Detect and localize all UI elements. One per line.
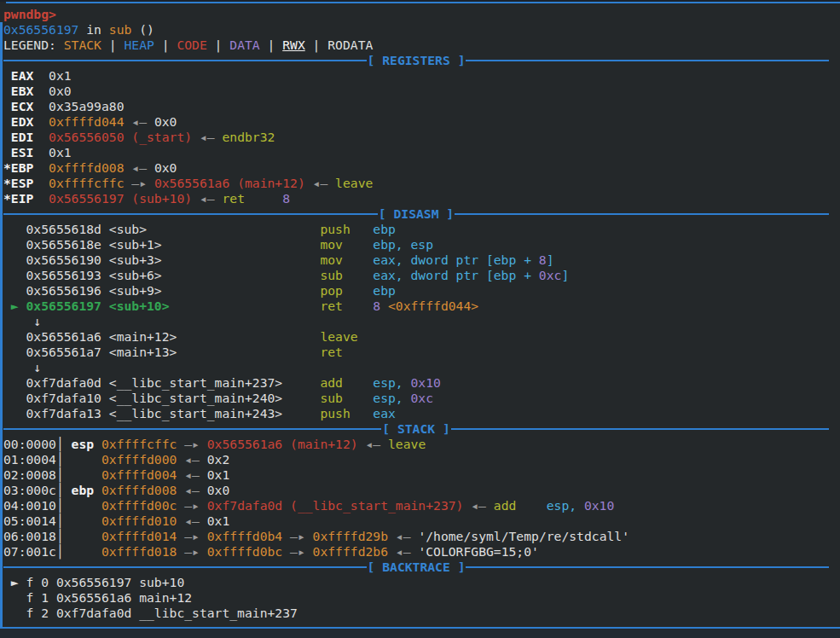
disasm-row: 0x56556190 <sub+3> mov eax, dword ptr [e…	[3, 252, 840, 268]
stack-address: 0xffffd010	[101, 513, 177, 528]
code-address: CODE	[177, 38, 206, 52]
mnemonic: ret	[222, 191, 245, 206]
stack-row-6: 06:0018│ 0xffffd014 —▸ 0xffffd0b4 —▸ 0xf…	[3, 529, 840, 544]
text: 0x1	[49, 145, 72, 160]
register-name: ECX	[3, 99, 49, 113]
backtrace-header: [ BACKTRACE ]	[3, 560, 829, 575]
text: 0x0	[49, 84, 72, 98]
text: in	[78, 22, 108, 37]
prompt-text: pwndbg>	[3, 7, 64, 21]
register-row-edi: EDI 0x56556050 (_start) ◂— endbr32	[3, 130, 840, 145]
text: |	[154, 38, 177, 52]
stack-row-1: 01:0004│ 0xffffd000 ◂— 0x2	[3, 452, 840, 467]
text: 0x565561a7 <main+13>	[3, 345, 320, 359]
text: 0x0	[154, 160, 177, 175]
pointer-arrow: —▸	[177, 437, 206, 451]
text: 0x0	[207, 483, 230, 497]
text: LEGEND:	[3, 38, 64, 52]
operand: esp,	[343, 391, 411, 405]
register-name: *ESP	[3, 176, 49, 190]
register-row-ebp: *EBP 0xffffd008 ◂— 0x0	[3, 160, 840, 176]
mnemonic: sub	[320, 268, 343, 282]
text: ↓	[3, 360, 41, 374]
disasm-row: 0x565561a6 <main+12> leave	[3, 329, 840, 345]
text: 0xf7dafa0d <__libc_start_main+237>	[3, 375, 320, 390]
address-blue: HEAP	[125, 38, 154, 52]
stack-row-4: 04:0010│ 0xffffd00c —▸ 0xf7dafa0d (__lib…	[3, 498, 840, 513]
text: 04:0010│	[3, 498, 101, 513]
register-name: EBX	[3, 84, 49, 98]
disasm-row: 0x5655618e <sub+1> mov ebp, esp	[3, 237, 840, 252]
pointer-arrow: ◂—	[388, 529, 418, 543]
text: 'COLORFGBG=15;0'	[418, 544, 538, 559]
pointer-arrow: ◂—	[177, 452, 206, 467]
stack-address: 0xffffd0b4	[207, 529, 282, 543]
text: f 2 0xf7dafa0d __libc_start_main+237	[3, 606, 298, 620]
pointer-arrow: —▸	[282, 529, 312, 543]
text: 0x56556196 <sub+9>	[3, 283, 320, 298]
text: ↓	[3, 314, 41, 328]
stack-row-5: 05:0014│ 0xffffd010 ◂— 0x1	[3, 513, 840, 529]
separator-line	[466, 566, 829, 568]
stack-row-2: 02:0008│ 0xffffd004 ◂— 0x1	[3, 467, 840, 483]
backtrace-frame-1: f 1 0x565561a6 main+12	[3, 590, 840, 606]
operand: ]	[547, 252, 554, 267]
text: 0x0	[154, 114, 177, 129]
immediate-value: 0x10	[584, 498, 614, 513]
terminal-screen[interactable]: pwndbg> 0x56556197 in sub ()LEGEND: STAC…	[3, 7, 840, 621]
separator-line	[455, 213, 829, 215]
mnemonic: leave	[335, 176, 373, 190]
text: 05:0014│	[3, 513, 101, 528]
stack-row-3: 03:000c│ ebp 0xffffd008 ◂— 0x0	[3, 483, 840, 498]
register-row-eax: EAX 0x1	[3, 68, 840, 84]
mnemonic: ret	[320, 299, 343, 313]
stack-address: 0xffffd008	[101, 483, 177, 497]
pointer-arrow: ◂—	[305, 176, 335, 190]
legend-line: LEGEND: STACK | HEAP | CODE | DATA | RWX…	[3, 38, 840, 53]
text: ()	[131, 22, 154, 37]
stack-address: 0xffffd008	[49, 160, 124, 175]
mnemonic: mov	[320, 237, 343, 252]
text: 01:0004│	[3, 452, 101, 467]
disasm-header: [ DISASM ]	[3, 206, 829, 222]
operand: ebp, esp	[343, 237, 433, 252]
mnemonic: sub	[320, 391, 343, 405]
register-name: ESI	[3, 145, 49, 160]
prompt-line[interactable]: pwndbg>	[3, 7, 840, 22]
text: |	[260, 38, 283, 52]
disasm-row: 0x56556196 <sub+9> pop ebp	[3, 283, 840, 299]
stack-address: 0xffffd2b6	[313, 544, 388, 559]
pointer-arrow: ◂—	[358, 437, 388, 451]
window-bottom-edge	[0, 629, 840, 638]
text: 0x56556193 <sub+6>	[3, 268, 320, 282]
code-address: 0x56556050 (_start)	[49, 130, 192, 144]
pointer-arrow: —▸	[177, 529, 206, 543]
code-address: 0x565561a6 (main+12)	[207, 437, 358, 451]
stack-address: 0xffffd000	[101, 452, 177, 467]
disasm-row: 0x565561a7 <main+13> ret	[3, 345, 840, 360]
text: 0x5655618d <sub>	[3, 222, 320, 236]
stack-address: 0xffffd018	[101, 544, 177, 559]
immediate-value: DATA	[229, 38, 259, 52]
operand: eax, dword ptr [ebp +	[343, 268, 539, 282]
disasm-flow-arrow: ↓	[3, 360, 840, 375]
text: 00:0000│	[3, 437, 72, 451]
text: 02:0008│	[3, 467, 101, 482]
operand: esp,	[516, 498, 584, 513]
pointer-arrow: ◂—	[192, 191, 222, 206]
code-address: 0xf7dafa0d (__libc_start_main+237)	[207, 498, 464, 513]
address-blue: 0x56556197	[3, 22, 78, 37]
pointer-arrow: ◂—	[177, 513, 206, 528]
register-name: *EIP	[3, 191, 49, 206]
immediate-value: 0x10	[411, 375, 441, 390]
stack-header-title: [ STACK ]	[381, 421, 451, 437]
text: 0x2	[207, 452, 230, 467]
operand: esp,	[343, 375, 411, 390]
text: '/home/syml/Temp/re/stdcall'	[418, 529, 629, 543]
register-row-eip: *EIP 0x56556197 (sub+10) ◂— ret 8	[3, 191, 840, 206]
text: |	[207, 38, 230, 52]
status-line: 0x56556197 in sub ()	[3, 22, 840, 38]
disasm-header-title: [ DISASM ]	[378, 206, 455, 222]
text: 0xf7dafa10 <__libc_start_main+240>	[3, 391, 320, 405]
immediate-value: 0xc	[411, 391, 434, 405]
